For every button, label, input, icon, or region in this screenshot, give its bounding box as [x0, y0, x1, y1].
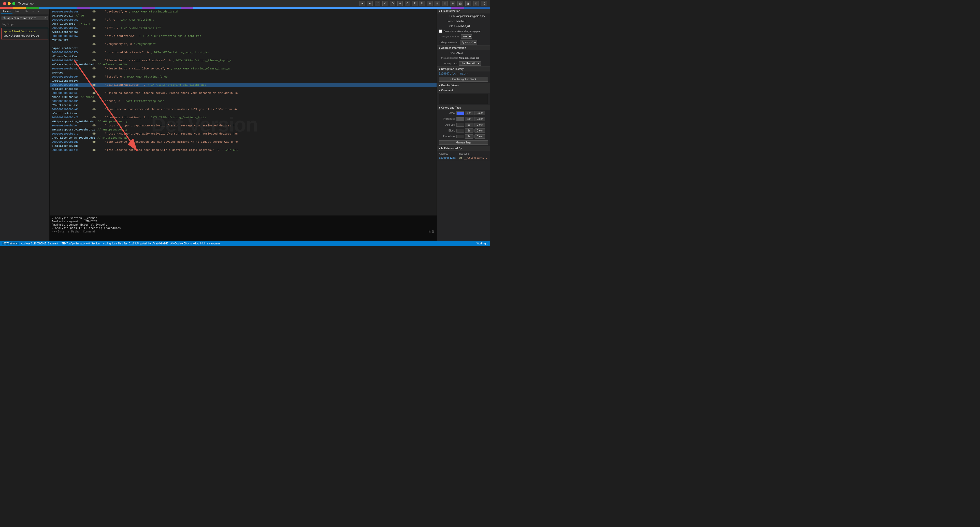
graphic-views-header[interactable]: ▸ Graphic Views — [437, 83, 490, 88]
view4-btn[interactable]: ⊞ — [450, 1, 455, 6]
file-information-header[interactable]: ▾ File Information — [437, 9, 490, 13]
navigation-history-title: Navigation History — [441, 68, 463, 70]
working-status: Working... — [477, 242, 488, 245]
clear-navigation-stack-button[interactable]: Clear Navigation Stack — [439, 77, 488, 82]
disasm-area[interactable]: 00000001000b6948db"deviceId", 0; DATA XR… — [49, 9, 437, 215]
fullscreen-button[interactable] — [12, 2, 15, 5]
address-color-swatch[interactable] — [457, 123, 464, 127]
center-wrapper: Det Version 00000001000b6948db"deviceId"… — [49, 9, 437, 241]
search-icon: 🔍 — [3, 16, 6, 20]
type-label: Type: — [439, 52, 455, 54]
terminal-line-2: Analysis segment __LINKEIDT — [52, 220, 434, 223]
terminal-input[interactable] — [58, 230, 428, 233]
nav-back-btn[interactable]: ◀ — [360, 1, 365, 6]
block-clear-button[interactable]: Clear — [474, 129, 485, 133]
procedure-color-row: Procedure: Set Clear — [437, 116, 490, 122]
table-row: aYourLicenseHas_1000b6bdc: // aYourLicen… — [49, 136, 437, 140]
table-row: aApiclientactiv: — [49, 79, 437, 83]
terminal-clear-icon[interactable]: 🗑 — [431, 230, 434, 233]
address-clear-button[interactable]: Clear — [474, 122, 485, 127]
terminal-line-1: > analysis section __common — [52, 216, 434, 220]
panel2-btn[interactable]: ◨ — [465, 1, 471, 6]
address-set-button[interactable]: Set — [465, 122, 474, 127]
statusbar-right: Working... — [477, 242, 488, 245]
search-result-activate[interactable]: api/client/activate — [3, 29, 46, 33]
tab-proc[interactable]: Proc. — [13, 9, 22, 14]
chevron-down-icon-nav: ▾ — [439, 68, 440, 70]
nav-forward-btn[interactable]: ▶ — [367, 1, 373, 6]
right-panel: ▾ File Information Path: /Applications/T… — [437, 9, 490, 241]
area-color-row: Area: Set Clear — [437, 110, 490, 116]
is-ref-data-row[interactable]: 0x1000d1268 dq __CFConstant... — [439, 156, 488, 160]
navigation-history-header[interactable]: ▾ Navigation History — [437, 67, 490, 71]
path-value: /Applications/Typora.app/Contents/ — [457, 15, 488, 17]
address-information-header[interactable]: ▾ Address Information — [437, 46, 490, 50]
d-btn[interactable]: D — [390, 1, 395, 6]
procedure2-clear-button[interactable]: Clear — [474, 134, 485, 139]
view2-btn[interactable]: ⊟ — [434, 1, 440, 6]
left-panel: Labels Proc. Str ☆ • 🔍 × Tag Scope api/c… — [0, 9, 49, 241]
table-row[interactable]: 00000001000b69d5db"api/client/activate",… — [49, 83, 437, 87]
main-layout: Labels Proc. Str ☆ • 🔍 × Tag Scope api/c… — [0, 9, 490, 241]
prolog-heuristic-row: Prolog Heuristic: Not a procedure pro — [437, 56, 490, 60]
procedure-color-swatch[interactable] — [457, 117, 464, 121]
table-row: 00000001000b6b04db"https://support.typor… — [49, 124, 437, 128]
stop-btn[interactable]: ↺ — [382, 1, 388, 6]
search-input[interactable] — [7, 17, 46, 20]
tab-str[interactable]: Str — [23, 9, 30, 14]
area-label: Area: — [439, 112, 455, 114]
panel3-btn[interactable]: ⊡ — [473, 1, 479, 6]
terminal-copy-icon[interactable]: ⎘ — [429, 230, 431, 233]
graphic-views-title: Graphic Views — [441, 84, 459, 87]
is-ref-instruction-header: instruction — [459, 152, 488, 155]
file-information-section: ▾ File Information Path: /Applications/T… — [437, 9, 490, 46]
c-btn[interactable]: C — [405, 1, 410, 6]
procedure2-set-button[interactable]: Set — [465, 134, 474, 139]
area-color-swatch[interactable] — [457, 111, 464, 115]
refresh-btn[interactable]: ↺ — [375, 1, 380, 6]
comment-area[interactable] — [439, 94, 488, 104]
calling-conv-select[interactable]: System V — [460, 40, 477, 44]
table-row: aPleaseInputAVa: — [49, 54, 437, 59]
a-btn[interactable]: A — [398, 1, 403, 6]
procedure-clear-button[interactable]: Clear — [474, 117, 485, 121]
branch-checkbox[interactable] — [439, 30, 442, 33]
manage-tags-button[interactable]: Manage Tags — [439, 140, 488, 145]
u-btn[interactable]: U — [420, 1, 425, 6]
table-row: 00000001000b6bdcdb"Your license has exce… — [49, 140, 437, 144]
view3-btn[interactable]: ⊡ — [442, 1, 448, 6]
statusbar: 6278 strings Address 0x1000b69d5, Segmen… — [0, 241, 490, 246]
p-btn[interactable]: P — [412, 1, 417, 6]
procedure-label: Procedure: — [439, 117, 455, 120]
view1-btn[interactable]: ⊞ — [427, 1, 433, 6]
tab-labels[interactable]: Labels — [1, 9, 13, 14]
table-row: db"v20@?0c8@12", 0"v20@?0c8@12" — [49, 42, 437, 46]
tab-dot[interactable]: • — [37, 9, 41, 14]
close-icon[interactable]: × — [44, 16, 46, 20]
cpu-syntax-select[interactable]: Intel — [461, 34, 472, 39]
panel-btn[interactable]: ◧ — [457, 1, 463, 6]
block-set-button[interactable]: Set — [465, 129, 474, 133]
colors-and-tags-header[interactable]: ▾ Colors and Tags — [437, 105, 490, 110]
is-ref-addr-value: 0x1000d1268 — [439, 156, 457, 159]
procedure2-color-swatch[interactable] — [457, 135, 464, 138]
prolog-mode-select[interactable]: Use Heuristic — [459, 61, 481, 66]
block-color-swatch[interactable] — [457, 129, 464, 133]
chevron-down-icon-cat: ▾ — [439, 106, 440, 109]
comment-header[interactable]: ▾ Comment — [437, 88, 490, 93]
minimize-button[interactable] — [8, 2, 11, 5]
is-referenced-by-header[interactable]: ▾ Is Referenced By — [437, 146, 490, 151]
branch-row: Branch instructions always stop proc — [437, 29, 490, 33]
table-row: aContinueActiva: — [49, 111, 437, 116]
table-row: 00000001000b698adb"Please input a valid … — [49, 59, 437, 63]
table-row: aU_1000b6951: // aU — [49, 14, 437, 18]
close-button[interactable] — [3, 2, 6, 5]
tab-star[interactable]: ☆ — [30, 9, 37, 14]
area-set-button[interactable]: Set — [465, 111, 474, 115]
fullscreen2-btn[interactable]: ⛶ — [481, 1, 487, 6]
procedure-set-button[interactable]: Set — [465, 117, 474, 121]
area-clear-button[interactable]: Clear — [474, 111, 485, 115]
table-row: aOff_1000b6953: // aOff — [49, 22, 437, 26]
search-result-deactivate[interactable]: api/client/deactivate — [3, 33, 46, 38]
nav-history-entry[interactable]: 0x10007cfcc (_main) — [437, 71, 490, 76]
